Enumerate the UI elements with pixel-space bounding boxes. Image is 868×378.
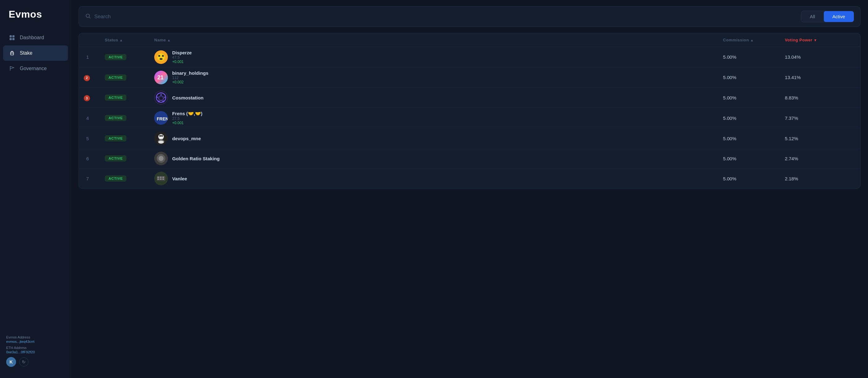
svg-point-14 (159, 58, 163, 60)
svg-point-26 (161, 135, 163, 137)
sidebar-item-stake[interactable]: Stake (3, 45, 68, 61)
sidebar-item-governance[interactable]: Governance (0, 61, 71, 76)
svg-marker-6 (10, 66, 14, 69)
commission-value: 5.00% (723, 136, 785, 141)
svg-line-9 (89, 17, 91, 18)
col-commission[interactable]: Commission ▲ (723, 38, 785, 42)
refresh-button[interactable]: ↻ (19, 357, 28, 367)
evmos-address-label: Evmos Address (6, 335, 65, 339)
validator-avatar (154, 172, 168, 185)
sidebar-item-dashboard[interactable]: Dashboard (0, 30, 71, 45)
voting-power-value: 13.04% (785, 54, 853, 60)
svg-rect-37 (157, 178, 159, 180)
table-row[interactable]: 5 ACTIVE devops_mne 5.00% 5.12% (79, 129, 860, 148)
commission-value: 5.00% (723, 75, 785, 80)
table-row[interactable]: 4 ACTIVE FRENS Frens (🤝,🤝) 27.5 +0.001 5… (79, 108, 860, 129)
table-row[interactable]: 7 ACTIVE Vanlee 5.00% 2.18% (79, 169, 860, 188)
validators-table: Status ▲ Name ▲ Commission ▲ Voting Powe… (79, 33, 861, 189)
svg-rect-2 (9, 38, 12, 40)
status-cell: ACTIVE (105, 95, 154, 101)
svg-point-12 (158, 55, 160, 57)
validator-delta: +0.001 (172, 60, 192, 64)
status-cell: ACTIVE (105, 115, 154, 121)
validator-sub: 27.5 (172, 116, 203, 121)
app-logo: Evmos (0, 9, 71, 30)
row-number: 1 (86, 54, 105, 60)
eth-address: 0xe3a1...0fF92f20 (6, 350, 65, 354)
validator-avatar (154, 151, 168, 165)
validator-details: devops_mne (172, 136, 201, 141)
svg-point-13 (162, 55, 164, 57)
validator-details: binary_holdings 112 +0.002 (172, 70, 208, 84)
avatar: K (6, 357, 16, 367)
svg-rect-0 (9, 35, 12, 37)
col-voting-power[interactable]: Voting Power ▼ (785, 38, 853, 42)
commission-value: 5.00% (723, 115, 785, 121)
table-body: 1 ACTIVE Disperze 47.5 +0.001 5.00% 13.0… (79, 47, 860, 188)
svg-point-25 (159, 135, 161, 137)
validator-details: Cosmostation (172, 95, 204, 100)
grid-icon (9, 34, 16, 41)
svg-rect-35 (160, 177, 162, 178)
search-icon (85, 13, 91, 21)
voting-power-value: 5.12% (785, 136, 853, 141)
voting-power-value: 7.37% (785, 115, 853, 121)
row-number: 5 (86, 136, 105, 141)
svg-point-31 (159, 156, 163, 161)
commission-value: 5.00% (723, 176, 785, 181)
voting-power-value: 2.18% (785, 176, 853, 181)
table-row[interactable]: 6 ACTIVE Golden Ratio Staking 5.00% 2.74… (79, 148, 860, 169)
col-name[interactable]: Name ▲ (154, 38, 723, 42)
filter-btn-group: All Active (801, 11, 854, 22)
voting-power-value: 8.83% (785, 95, 853, 100)
table-row[interactable]: 1 ACTIVE Disperze 47.5 +0.001 5.00% 13.0… (79, 47, 860, 67)
voting-power-value: 13.41% (785, 75, 853, 80)
validator-info: Vanlee (154, 172, 723, 185)
row-number: 4 (86, 115, 105, 121)
status-cell: ACTIVE (105, 74, 154, 80)
validator-avatar: FRENS (154, 111, 168, 125)
validator-details: Frens (🤝,🤝) 27.5 +0.001 (172, 111, 203, 125)
status-badge: ACTIVE (105, 95, 126, 101)
svg-text:FRENS: FRENS (157, 116, 168, 122)
validator-sub: 47.5 (172, 55, 192, 60)
svg-rect-39 (162, 178, 164, 180)
validator-name: Cosmostation (172, 95, 204, 100)
svg-rect-1 (12, 35, 14, 37)
col-status[interactable]: Status ▲ (105, 38, 154, 42)
voting-power-value: 2.74% (785, 156, 853, 161)
top-bar: All Active (79, 6, 861, 27)
validator-info: Disperze 47.5 +0.001 (154, 50, 723, 64)
table-row[interactable]: 3 ACTIVE Cosmostation 5.00% 8.83% (79, 88, 860, 108)
validator-info: Cosmostation (154, 91, 723, 104)
filter-active-button[interactable]: Active (824, 11, 854, 22)
main-content: All Active Status ▲ Name ▲ Commission ▲ … (71, 0, 868, 378)
validator-avatar (154, 91, 168, 104)
validator-delta: +0.002 (172, 80, 208, 84)
table-header: Status ▲ Name ▲ Commission ▲ Voting Powe… (79, 33, 860, 47)
svg-rect-38 (160, 178, 162, 180)
svg-rect-34 (157, 177, 159, 178)
sidebar-nav: Dashboard Stake Governance (0, 30, 71, 76)
validator-info: devops_mne (154, 132, 723, 145)
status-sort-arrow: ▲ (119, 38, 123, 42)
table-row[interactable]: 2 ACTIVE 21 binary_holdings 112 +0.002 5… (79, 67, 860, 88)
svg-text:21: 21 (157, 74, 163, 80)
status-badge: ACTIVE (105, 135, 126, 141)
svg-point-8 (86, 14, 90, 17)
status-badge: ACTIVE (105, 175, 126, 181)
search-input[interactable] (94, 13, 796, 20)
sidebar-avatar-row: K ↻ (6, 357, 65, 367)
validator-info: FRENS Frens (🤝,🤝) 27.5 +0.001 (154, 111, 723, 125)
validator-sub: 112 (172, 76, 208, 80)
rank-badge: 3 (84, 95, 90, 101)
search-wrap (85, 13, 796, 21)
filter-all-button[interactable]: All (801, 11, 824, 22)
commission-value: 5.00% (723, 156, 785, 161)
svg-point-28 (158, 140, 164, 144)
name-sort-arrow: ▲ (167, 38, 171, 42)
status-cell: ACTIVE (105, 54, 154, 60)
sidebar-item-governance-label: Governance (20, 66, 47, 71)
validator-avatar (154, 50, 168, 64)
commission-value: 5.00% (723, 95, 785, 100)
